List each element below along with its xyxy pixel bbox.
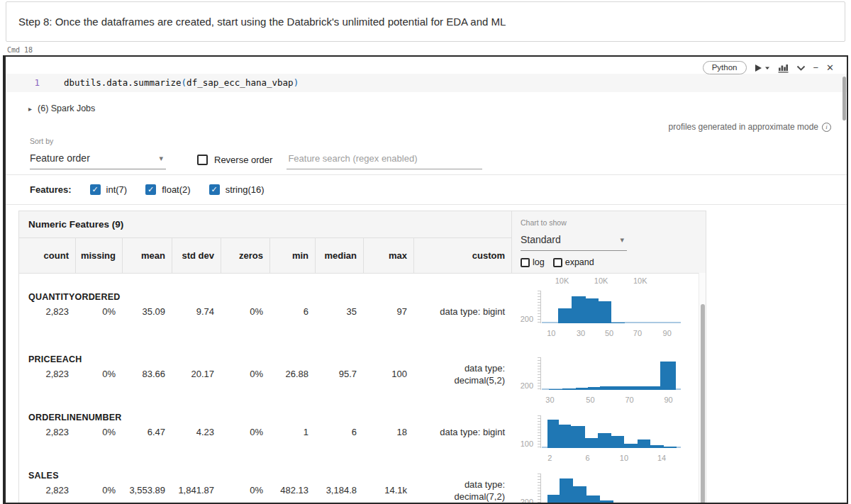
value-cell: 18	[363, 426, 413, 438]
value-cell: 35.09	[122, 306, 172, 318]
feature-filters-row: Features: int(7) float(2) string(16)	[6, 175, 847, 204]
checkbox-checked-icon[interactable]	[209, 184, 220, 195]
column-header-zeros: zeros	[221, 238, 269, 273]
histogram-x-tick-label: 6	[586, 454, 590, 462]
table-scrollbar-thumb[interactable]	[701, 304, 705, 504]
histogram-bar	[547, 495, 560, 504]
histogram-bar	[547, 420, 559, 448]
value-cell: 0%	[75, 368, 122, 392]
chevron-down-icon[interactable]	[796, 65, 806, 71]
value-cell: 1	[269, 426, 315, 438]
column-header-max: max	[363, 238, 413, 273]
histogram-y-axis	[535, 415, 541, 448]
markdown-cell[interactable]: Step 8: Once the dataframes are created,…	[6, 1, 845, 42]
language-selector[interactable]: Python	[703, 61, 747, 74]
features-label: Features:	[30, 184, 72, 195]
histogram-plot[interactable]: 200	[542, 474, 677, 504]
sort-by-select[interactable]: Sort by Feature order ▾	[30, 137, 166, 169]
histogram-top-label: 10K	[555, 276, 569, 285]
histogram-x-labels: 1030507090	[542, 329, 700, 339]
checkbox-checked-icon[interactable]	[90, 184, 101, 195]
histogram-bar	[624, 444, 638, 448]
value-cell: 97	[363, 306, 413, 318]
value-cell: 0%	[221, 426, 269, 438]
histogram-y-label: 100	[513, 439, 533, 448]
histogram-bar	[611, 323, 625, 323]
info-icon[interactable]	[822, 123, 831, 132]
value-cell: 35	[315, 306, 363, 318]
feature-histogram: 200	[512, 465, 700, 504]
histogram-y-label: 200	[513, 315, 533, 323]
chart-view-icon[interactable]	[778, 63, 789, 73]
histogram-bar	[648, 386, 660, 390]
expand-label: expand	[565, 257, 594, 267]
cmd-label: Cmd 18	[7, 46, 851, 54]
histogram-bar	[559, 425, 572, 448]
value-cell: 83.66	[122, 368, 172, 392]
feature-search[interactable]	[287, 152, 482, 169]
value-cell: 2,823	[19, 484, 75, 504]
histogram-x-tick-label: 50	[586, 396, 594, 404]
sort-by-label: Sort by	[30, 137, 166, 145]
log-checkbox[interactable]: log	[521, 257, 545, 267]
histogram-plot[interactable]: 100	[542, 415, 677, 448]
chart-type-value: Standard	[521, 234, 561, 245]
value-cell: 6.47	[122, 426, 172, 438]
checkbox-checked-icon[interactable]	[145, 184, 156, 195]
histogram-plot[interactable]: 200	[542, 291, 677, 323]
checkbox-unchecked-icon[interactable]	[197, 155, 208, 165]
histogram-bar	[624, 386, 636, 390]
reverse-order-checkbox[interactable]: Reverse order	[197, 155, 272, 165]
chart-type-select[interactable]: Standard ▾	[521, 229, 627, 251]
code-line: dbutils.data.summarize(df_sap_ecc_hana_v…	[64, 77, 299, 89]
histogram-y-axis	[535, 474, 541, 504]
column-headers: countmissingmeanstd devzerosminmedianmax…	[19, 238, 511, 273]
filter-string[interactable]: string(16)	[209, 184, 265, 195]
value-cell: 6	[315, 426, 363, 438]
expand-checkbox[interactable]: expand	[553, 257, 594, 267]
numeric-features-table: Numeric Features (9) countmissingmeanstd…	[18, 211, 706, 504]
filter-int[interactable]: int(7)	[90, 184, 128, 195]
close-icon[interactable]: ✕	[826, 64, 834, 72]
checkbox-unchecked-icon[interactable]	[553, 258, 562, 267]
caret-down-icon: ▾	[620, 235, 624, 245]
histogram-bar	[585, 438, 599, 448]
histogram-bar	[600, 500, 613, 504]
chart-to-show-label: Chart to show	[521, 218, 706, 227]
histogram-bar	[586, 298, 599, 323]
value-cell: 14.1k	[363, 484, 413, 504]
histogram-top-labels: 10K10K10K	[512, 276, 700, 291]
feature-row: ORDERLINENUMBER 2,8230%6.474.230%1618dat…	[19, 407, 706, 465]
value-cell: 2,823	[19, 368, 75, 392]
spark-jobs-toggle[interactable]: ▸ (6) Spark Jobs	[28, 103, 847, 114]
table-scrollbar[interactable]	[699, 273, 706, 504]
approx-mode-text: profiles generated in approximate mode	[669, 122, 818, 132]
histogram-bar	[611, 436, 625, 448]
checkbox-unchecked-icon[interactable]	[521, 258, 530, 267]
column-header-count: count	[19, 238, 75, 273]
cell-scrollbar-thumb[interactable]	[842, 77, 846, 121]
feature-histogram: 200 30507090	[512, 349, 700, 407]
minimize-icon[interactable]: −	[813, 64, 819, 72]
expand-triangle-icon: ▸	[28, 105, 32, 113]
filter-float[interactable]: float(2)	[145, 184, 190, 195]
histogram-plot[interactable]: 200	[542, 357, 677, 390]
column-header-mean: mean	[122, 238, 172, 273]
value-cell: 6	[269, 306, 315, 318]
value-cell: 0%	[75, 306, 122, 318]
value-cell: 20.17	[172, 368, 221, 392]
value-cell: 0%	[221, 484, 269, 504]
search-input[interactable]	[287, 153, 482, 169]
data-type-cell: data type:decimal(5,2)	[413, 362, 511, 386]
code-editor[interactable]: 1 dbutils.data.summarize(df_sap_ecc_hana…	[6, 74, 847, 92]
histogram-bar	[600, 386, 612, 390]
histogram-bar	[560, 478, 573, 504]
histogram-top-label: 10K	[594, 276, 608, 285]
run-button[interactable]	[755, 64, 770, 72]
histogram-bar	[558, 308, 572, 323]
data-type-cell: data type:decimal(7,2)	[413, 478, 511, 503]
histogram-bar	[576, 388, 588, 390]
table-title: Numeric Features (9)	[19, 211, 511, 238]
filter-int-label: int(7)	[106, 184, 128, 195]
spark-jobs-label: (6) Spark Jobs	[38, 103, 95, 113]
